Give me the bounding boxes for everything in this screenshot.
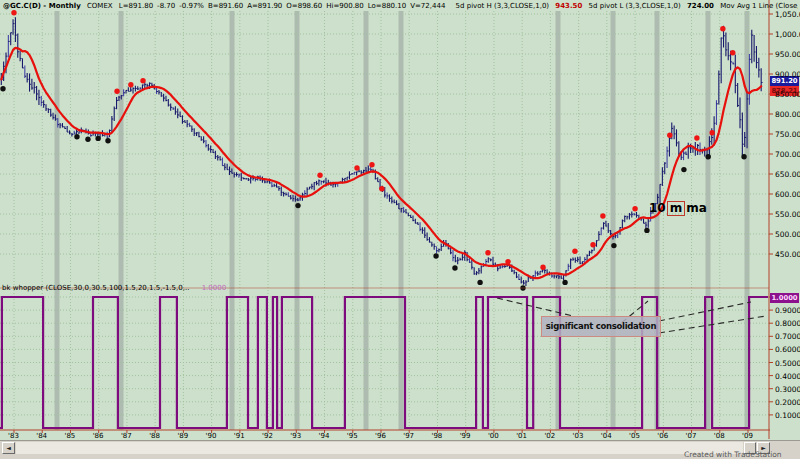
study-3-label: Mov Avg 1 Line (Close,10,0) [720,2,798,10]
price-axis-label: 1,050.00 [775,10,800,19]
study-1-value: 943.50 [555,2,582,10]
year-label: '00 [488,432,499,440]
year-label: '98 [431,432,442,440]
quote-field: B=891.60 [208,2,243,10]
year-label: '90 [206,432,217,440]
indicator-label-row: bk whopper (CLOSE,30,0,30.5,100,1.5,20,1… [2,284,226,293]
year-label: '83 [8,432,19,440]
study-2-label: 5d pivot L (3,3,CLOSE,1,0) [589,2,681,10]
price-axis-label: 650.00 [775,170,800,179]
quote-field: O=898.60 [286,2,322,10]
year-label: '05 [629,432,640,440]
indicator-axis-label: 0.1000 [775,411,800,420]
price-axis-label: 750.00 [775,130,800,139]
scroll-left-icon: ◄ [6,444,11,451]
exchange-label: COMEX [87,2,113,10]
year-label: '94 [319,432,330,440]
ma-text-annotation[interactable]: 10mma [649,201,707,216]
study-2-value: 724.00 [687,2,714,10]
horizontal-scrollbar[interactable]: ◄ ► Created with TradeStation [0,440,800,459]
year-label: '09 [742,432,753,440]
indicator-value: 1.0000 [202,284,227,292]
price-axis-label: 550.00 [775,210,800,219]
quote-field: Lo=880.10 [368,2,406,10]
price-axis-label: 500.00 [775,230,800,239]
scroll-left-button[interactable]: ◄ [2,442,15,454]
year-label: '87 [121,432,132,440]
year-label: '95 [347,432,358,440]
year-label: '03 [573,432,584,440]
year-label: '88 [149,432,160,440]
year-label: '93 [290,432,301,440]
year-label: '84 [36,432,47,440]
quote-field: -8.70 [157,2,175,10]
study-1-label: 5d pivot H (3,3,CLOSE,1,0) [456,2,550,10]
year-label: '92 [262,432,273,440]
quote-field: A=891.90 [247,2,282,10]
quote-field: -0.97% [179,2,204,10]
indicator-value-tag: 1.0000 [770,293,799,303]
indicator-axis-label: 0.9000 [775,306,800,315]
credit-text: Created with TradeStation [684,450,782,459]
ma-note-post: ma [686,201,707,215]
tradestation-chart-window: @GC.C(D) - Monthly COMEX L=891.80-8.70-0… [0,0,800,459]
year-label: '86 [93,432,104,440]
price-axis-label: 950.00 [775,50,800,59]
indicator-axis-label: 0.5000 [775,359,800,368]
symbol-label: @GC.C(D) - Monthly [3,2,81,10]
indicator-axis-label: 0.7000 [775,332,800,341]
price-axis-label: 450.00 [775,250,800,259]
quote-field: Hi=900.80 [326,2,364,10]
price-axis-label: 1,000.00 [775,30,800,39]
quote-field: V=72,444 [410,2,445,10]
price-axis-label: 800.00 [775,110,800,119]
year-label: '08 [714,432,725,440]
year-label: '96 [375,432,386,440]
quote-field: L=891.80 [119,2,153,10]
indicator-axis-label: 0.2000 [775,398,800,407]
year-label: '89 [177,432,188,440]
year-label: '01 [516,432,527,440]
year-label: '02 [544,432,555,440]
chart-canvas [0,0,800,459]
year-label: '07 [686,432,697,440]
ma-note-pre: 10 [649,201,666,215]
year-label: '85 [64,432,75,440]
scrollbar-track[interactable] [16,442,743,454]
quote-fields: L=891.80-8.70-0.97%B=891.60A=891.90O=898… [119,2,450,10]
price-axis-label: 850.00 [775,90,800,99]
consolidation-annotation[interactable]: significant consolidation [541,316,661,337]
year-label: '91 [234,432,245,440]
year-label: '99 [460,432,471,440]
ma-note-box: m [667,201,686,216]
indicator-axis-label: 0.6000 [775,345,800,354]
year-label: '06 [657,432,668,440]
year-label: '97 [403,432,414,440]
price-axis-label: 900.00 [775,70,800,79]
year-label: '04 [601,432,612,440]
indicator-axis-label: 0.8000 [775,319,800,328]
price-axis-label: 600.00 [775,190,800,199]
indicator-name: bk whopper (CLOSE,30,0,30.5,100,1.5,20,1… [2,284,189,292]
indicator-axis-label: 0.4000 [775,372,800,381]
price-axis-label: 700.00 [775,150,800,159]
indicator-axis-label: 0.3000 [775,385,800,394]
chart-header: @GC.C(D) - Monthly COMEX L=891.80-8.70-0… [3,1,798,11]
